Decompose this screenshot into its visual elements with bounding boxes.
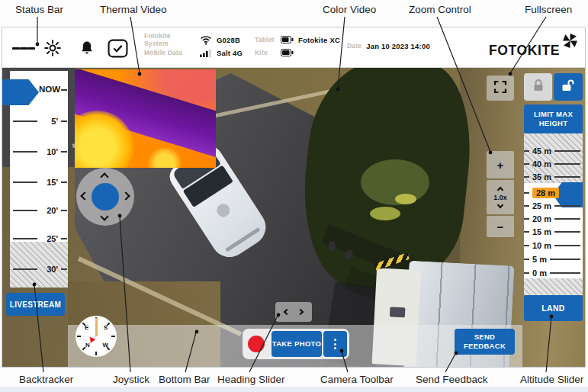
mobile-data-value: Salt 4G xyxy=(217,49,243,57)
color-video-feed: E S N W TAKE PHOTO SEND FEEDBACK xyxy=(2,68,585,367)
backtracker-tick: 15' xyxy=(10,177,68,188)
compass-w: W xyxy=(102,342,108,349)
compass-n: N xyxy=(85,342,90,349)
fotokite-logo-text: FOTOKITE xyxy=(489,43,560,59)
altitude-tick: 10 m xyxy=(524,240,583,251)
compass-s: S xyxy=(104,324,108,331)
annotation-send-feedback: Send Feedback xyxy=(416,374,488,385)
unlock-button[interactable] xyxy=(554,73,583,101)
wifi-icon xyxy=(199,35,212,45)
annotation-backtracker: Backtracker xyxy=(19,374,73,385)
mobile-data-label: Mobile Data xyxy=(144,49,194,56)
annotation-altitude-slider: Altitude Slider xyxy=(520,374,583,385)
video-foliage xyxy=(395,194,416,204)
altitude-ground-zone xyxy=(524,278,583,295)
checklist-icon[interactable] xyxy=(106,37,129,59)
fullscreen-icon xyxy=(493,80,507,97)
altitude-tick: 15 m xyxy=(524,227,583,237)
limit-max-height-button[interactable]: LIMIT MAX HEIGHT xyxy=(524,104,583,133)
altitude-tick: 25 m xyxy=(524,201,583,211)
thermal-video-feed xyxy=(75,69,216,168)
lock-open-icon xyxy=(561,79,576,95)
annotation-joystick: Joystick xyxy=(113,374,149,385)
annotated-screenshot-figure: Status Bar Thermal Video Color Video Zoo… xyxy=(0,0,588,392)
compass-e: E xyxy=(85,324,88,331)
fotokite-system-value: G028B xyxy=(217,36,240,44)
zoom-level-control[interactable]: 1.0x xyxy=(487,180,514,214)
fotokite-logo: FOTOKITE xyxy=(489,33,578,59)
compass-heading-line xyxy=(95,318,98,336)
chevron-down-icon[interactable] xyxy=(497,201,503,207)
chevron-down-icon xyxy=(100,212,108,220)
zoom-in-button[interactable]: + xyxy=(487,151,514,178)
video-person xyxy=(329,241,336,251)
backtracker-now-label: NOW xyxy=(39,85,60,94)
backtracker-slider[interactable]: NOW 5' 10' 15' 20' 25' 30' xyxy=(10,71,68,288)
backtracker-tick: 20' xyxy=(10,205,68,216)
annotation-fullscreen: Fullscreen xyxy=(525,4,572,15)
chevron-left-icon[interactable] xyxy=(284,309,290,315)
thermal-hot-spot xyxy=(147,148,182,168)
zoom-out-button[interactable]: − xyxy=(487,216,514,237)
camera-more-options-button[interactable] xyxy=(323,331,347,357)
annotation-bottom-bar: Bottom Bar xyxy=(159,374,210,385)
altitude-current-value: 28 m xyxy=(532,188,559,198)
altitude-tick: 0 m xyxy=(524,268,583,278)
annotation-status-bar: Status Bar xyxy=(15,4,63,15)
battery-status-group: Tablet Fotokite XC Kite xyxy=(255,34,340,58)
date-group: Date Jan 10 2023 14:00 xyxy=(347,40,430,51)
backtracker-tick: 5' xyxy=(10,116,68,127)
annotation-camera-toolbar: Camera Toolbar xyxy=(320,374,394,385)
record-button[interactable] xyxy=(248,336,265,352)
altitude-slider[interactable]: 45 m 40 m 35 m 28 m 25 m 20 m 15 m 10 m … xyxy=(524,133,583,295)
kite-battery-icon xyxy=(281,49,294,56)
fotokite-pinwheel-icon xyxy=(562,33,578,52)
brightness-icon[interactable] xyxy=(41,37,64,59)
date-value: Jan 10 2023 14:00 xyxy=(366,42,430,50)
tablet-value: Fotokite XC xyxy=(298,36,340,44)
annotation-color-video: Color Video xyxy=(323,4,376,15)
tablet-battery-icon xyxy=(281,36,294,43)
altitude-tick: 40 m xyxy=(524,159,583,169)
backtracker-tick: 30' xyxy=(10,264,68,275)
system-status-group: Fotokite System G028B Mobile Data Salt 4… xyxy=(144,34,243,58)
altitude-current-tick: 28 m xyxy=(524,188,583,198)
tablet-label: Tablet xyxy=(255,36,276,43)
heading-slider[interactable] xyxy=(275,302,312,322)
fotokite-app-window: Fotokite System G028B Mobile Data Salt 4… xyxy=(2,27,586,368)
joystick[interactable] xyxy=(76,168,134,226)
date-label: Date xyxy=(347,42,361,50)
altitude-tick: 5 m xyxy=(524,254,583,265)
zoom-level-value: 1.0x xyxy=(493,194,507,201)
chevron-up-icon xyxy=(100,172,108,181)
take-photo-button[interactable]: TAKE PHOTO xyxy=(272,331,322,357)
joystick-knob[interactable] xyxy=(92,183,119,210)
lock-button[interactable] xyxy=(524,73,552,101)
fullscreen-button[interactable] xyxy=(487,76,514,101)
altitude-tick: 20 m xyxy=(524,214,583,224)
camera-toolbar: TAKE PHOTO xyxy=(243,329,349,359)
backtracker-now-marker[interactable] xyxy=(2,79,39,105)
lock-closed-icon xyxy=(532,79,545,95)
annotation-heading-slider: Heading Slider xyxy=(217,374,285,385)
video-foliage xyxy=(370,207,400,220)
chevron-up-icon[interactable] xyxy=(497,186,503,192)
notifications-bell-icon[interactable] xyxy=(76,37,98,59)
land-button[interactable]: LAND xyxy=(524,295,583,321)
backtracker-tick: 10' xyxy=(10,146,68,157)
menu-icon[interactable] xyxy=(12,37,35,59)
annotation-zoom-control: Zoom Control xyxy=(409,4,471,15)
chevron-right-icon xyxy=(121,191,130,200)
livestream-button[interactable]: LIVESTREAM xyxy=(6,293,65,316)
send-feedback-button[interactable]: SEND FEEDBACK xyxy=(455,329,515,355)
compass: E S N W xyxy=(76,316,117,357)
altitude-tick: 45 m xyxy=(524,146,583,156)
fotokite-system-label: Fotokite System xyxy=(144,32,194,47)
altitude-tick: 35 m xyxy=(524,172,583,182)
page-footer-edge xyxy=(0,387,588,392)
annotation-thermal-video: Thermal Video xyxy=(100,4,167,15)
kite-label: Kite xyxy=(255,49,276,56)
chevron-right-icon[interactable] xyxy=(297,309,304,315)
signal-bars-icon xyxy=(199,49,212,57)
backtracker-tick: 25' xyxy=(10,233,68,244)
